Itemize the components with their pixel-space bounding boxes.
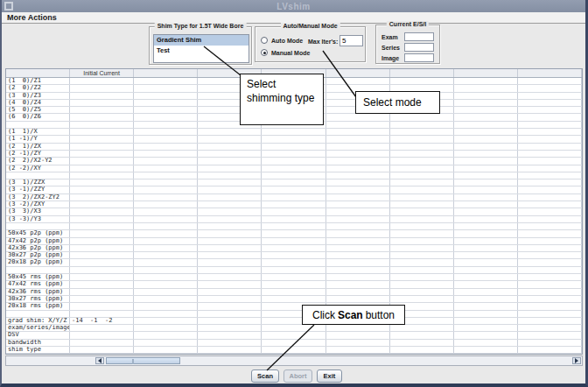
data-cell bbox=[326, 281, 390, 287]
data-cell bbox=[454, 274, 518, 280]
data-cell bbox=[518, 347, 582, 353]
table-row[interactable]: (3 2)/ZX2-ZY2 bbox=[6, 194, 582, 201]
exam-input[interactable] bbox=[404, 32, 434, 41]
data-cell bbox=[390, 114, 454, 120]
manual-mode-radio[interactable] bbox=[261, 49, 268, 56]
shim-type-option-gradient-shim[interactable]: Gradient Shim bbox=[154, 35, 248, 46]
data-cell bbox=[454, 93, 518, 99]
data-cell bbox=[518, 144, 582, 150]
table-row[interactable] bbox=[6, 223, 582, 230]
data-cell bbox=[518, 245, 582, 251]
table-row[interactable] bbox=[6, 267, 582, 274]
scrollbar-thumb[interactable] bbox=[106, 357, 180, 364]
data-cell bbox=[198, 267, 262, 273]
table-row[interactable]: (3 -3)/Y3 bbox=[6, 216, 582, 223]
max-iters-input[interactable] bbox=[340, 35, 363, 46]
data-cell bbox=[198, 186, 262, 193]
table-row[interactable]: (2 -2)/XY bbox=[6, 165, 582, 172]
data-cell bbox=[70, 129, 134, 135]
data-cell bbox=[518, 274, 582, 280]
data-cell bbox=[326, 158, 390, 164]
table-row[interactable] bbox=[6, 311, 582, 318]
scroll-right-button[interactable] bbox=[572, 357, 581, 364]
data-cell bbox=[134, 107, 198, 113]
row-label: (3 3)/X3 bbox=[6, 208, 70, 215]
data-cell bbox=[262, 347, 326, 353]
data-cell bbox=[454, 165, 518, 172]
data-cell bbox=[390, 208, 454, 215]
data-cell bbox=[262, 158, 326, 164]
table-row[interactable]: (2 -1)/ZY bbox=[6, 151, 582, 158]
table-row[interactable]: 30x27 p2p (ppm) bbox=[6, 252, 582, 259]
data-cell bbox=[134, 238, 198, 244]
table-row[interactable]: (3 -2)/ZXY bbox=[6, 201, 582, 208]
data-cell bbox=[326, 267, 390, 273]
row-label: DSV bbox=[6, 332, 70, 338]
data-cell bbox=[518, 332, 582, 338]
table-row[interactable]: bandwidth bbox=[6, 340, 582, 347]
row-label bbox=[6, 311, 70, 317]
table-row[interactable]: 20x18 rms (ppm) bbox=[6, 303, 582, 310]
data-cell bbox=[262, 151, 326, 157]
data-cell bbox=[518, 289, 582, 295]
image-input[interactable] bbox=[404, 53, 434, 62]
table-row[interactable] bbox=[6, 172, 582, 179]
data-cell bbox=[454, 100, 518, 106]
data-cell bbox=[198, 223, 262, 229]
table-row[interactable]: (3 -1)/ZZY bbox=[6, 186, 582, 194]
table-row[interactable]: DSV bbox=[6, 332, 582, 339]
table-row[interactable]: 50x45 p2p (ppm) bbox=[6, 230, 582, 237]
row-label: bandwidth bbox=[6, 340, 70, 346]
table-row[interactable]: (2 2)/X2-Y2 bbox=[6, 158, 582, 165]
horizontal-scrollbar[interactable] bbox=[5, 355, 583, 366]
row-label bbox=[6, 172, 70, 179]
table-row[interactable]: 50x45 rms (ppm) bbox=[6, 274, 582, 281]
scan-button[interactable]: Scan bbox=[251, 369, 279, 383]
row-label: (1 -1)/Y bbox=[6, 136, 70, 142]
data-cell bbox=[198, 347, 262, 353]
esi-group-title: Current E/S/I bbox=[387, 21, 429, 27]
column-header bbox=[390, 69, 454, 77]
data-cell bbox=[518, 230, 582, 236]
data-cell bbox=[262, 281, 326, 287]
table-row[interactable]: 20x18 p2p (ppm) bbox=[6, 259, 582, 266]
table-row[interactable]: 47x42 p2p (ppm) bbox=[6, 238, 582, 245]
data-cell bbox=[70, 274, 134, 280]
data-cell bbox=[134, 340, 198, 346]
max-iters-label: Max Iter's: bbox=[308, 39, 338, 45]
auto-mode-radio[interactable] bbox=[261, 37, 268, 44]
menu-more-actions[interactable]: More Actions bbox=[7, 13, 57, 22]
shim-type-groupbox: Shim Type for 1.5T Wide Bore Gradient Sh… bbox=[149, 26, 252, 65]
table-row[interactable]: 47x42 rms (ppm) bbox=[6, 281, 582, 288]
table-row[interactable]: (3 1)/ZZX bbox=[6, 179, 582, 186]
shim-type-option-test[interactable]: Test bbox=[154, 46, 248, 56]
data-cell bbox=[134, 303, 198, 309]
data-cell bbox=[262, 223, 326, 229]
data-cell bbox=[134, 158, 198, 164]
table-row[interactable]: 30x27 rms (ppm) bbox=[6, 296, 582, 303]
table-row[interactable]: 42x36 p2p (ppm) bbox=[6, 245, 582, 252]
data-cell bbox=[454, 144, 518, 150]
table-row[interactable]: grad shim: X/Y/Z-14 -1 -2 bbox=[6, 318, 582, 325]
data-cell bbox=[390, 289, 454, 295]
exit-button[interactable]: Exit bbox=[317, 369, 342, 383]
data-cell bbox=[326, 340, 390, 346]
column-header bbox=[326, 69, 390, 77]
data-cell bbox=[198, 289, 262, 295]
data-cell bbox=[326, 325, 390, 331]
table-row[interactable]: (1 1)/X bbox=[6, 129, 582, 136]
table-row[interactable]: (3 3)/X3 bbox=[6, 208, 582, 215]
table-row[interactable]: (1 -1)/Y bbox=[6, 136, 582, 143]
manual-mode-radio-row: Manual Mode bbox=[261, 49, 310, 56]
window-menu-icon[interactable] bbox=[4, 2, 13, 11]
main-panel: Shim Type for 1.5T Wide Bore Gradient Sh… bbox=[2, 24, 585, 383]
data-cell bbox=[134, 100, 198, 106]
table-row[interactable]: (2 1)/ZX bbox=[6, 144, 582, 151]
table-row[interactable]: shim type bbox=[6, 347, 582, 354]
row-label: 50x45 p2p (ppm) bbox=[6, 230, 70, 236]
scroll-left-button[interactable] bbox=[95, 357, 104, 364]
data-cell bbox=[390, 252, 454, 258]
table-row[interactable]: 42x36 rms (ppm) bbox=[6, 289, 582, 296]
table-row[interactable]: exam/series/image bbox=[6, 325, 582, 332]
series-input[interactable] bbox=[404, 43, 434, 52]
